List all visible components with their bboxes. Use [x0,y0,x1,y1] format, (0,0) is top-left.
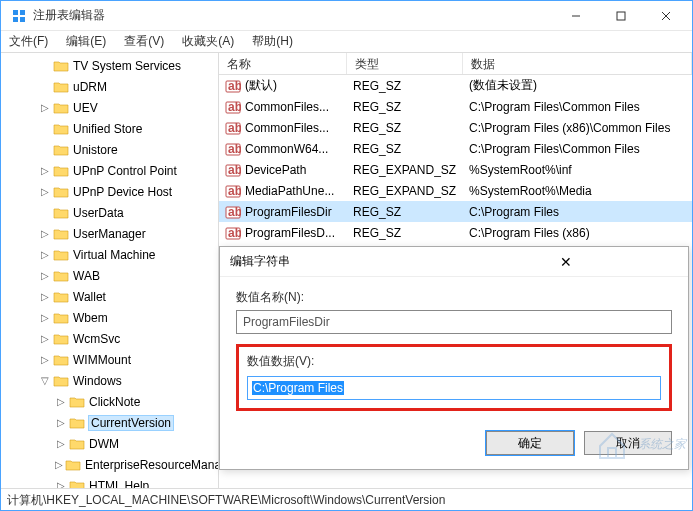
menu-file[interactable]: 文件(F) [7,31,50,52]
tree-item[interactable]: ▷CurrentVersion [1,412,218,433]
minimize-button[interactable] [553,2,598,30]
close-button[interactable] [643,2,688,30]
tree-item[interactable]: ▷UPnP Control Point [1,160,218,181]
value-name: CommonFiles... [245,100,329,114]
string-value-icon: ab [225,162,241,178]
value-name-field[interactable]: ProgramFilesDir [236,310,672,334]
value-name: CommonFiles... [245,121,329,135]
tree-item[interactable]: Unified Store [1,118,218,139]
menu-favorites[interactable]: 收藏夹(A) [180,31,236,52]
folder-icon [69,395,85,409]
column-type[interactable]: 类型 [347,53,463,74]
tree-label: WIMMount [73,353,131,367]
menubar: 文件(F) 编辑(E) 查看(V) 收藏夹(A) 帮助(H) [1,31,692,53]
window-title: 注册表编辑器 [33,7,553,24]
tree-item[interactable]: ▷Wallet [1,286,218,307]
tree-label: UEV [73,101,98,115]
chevron-icon[interactable]: ▷ [55,480,67,488]
chevron-icon[interactable]: ▽ [39,375,51,386]
edit-string-dialog: 编辑字符串 ✕ 数值名称(N): ProgramFilesDir 数值数据(V)… [219,246,689,470]
tree-item[interactable]: uDRM [1,76,218,97]
folder-icon [53,185,69,199]
column-data[interactable]: 数据 [463,53,692,74]
svg-text:ab: ab [228,121,241,135]
dialog-title: 编辑字符串 [230,253,454,270]
chevron-icon[interactable]: ▷ [39,270,51,281]
tree-view[interactable]: TV System ServicesuDRM▷UEVUnified StoreU… [1,53,219,488]
value-name: CommonW64... [245,142,328,156]
menu-edit[interactable]: 编辑(E) [64,31,108,52]
list-view: 名称 类型 数据 ab(默认)REG_SZ(数值未设置)abCommonFile… [219,53,692,488]
string-value-icon: ab [225,141,241,157]
value-type: REG_SZ [347,79,463,93]
chevron-icon[interactable]: ▷ [39,291,51,302]
folder-icon [69,437,85,451]
list-row[interactable]: abMediaPathUne...REG_EXPAND_SZ%SystemRoo… [219,180,692,201]
chevron-icon[interactable]: ▷ [39,165,51,176]
chevron-icon[interactable]: ▷ [39,249,51,260]
list-row[interactable]: abProgramFilesDirREG_SZC:\Program Files [219,201,692,222]
value-data-field[interactable]: C:\Program Files [247,376,661,400]
tree-label: WAB [73,269,100,283]
folder-icon [53,269,69,283]
cancel-button[interactable]: 取消 [584,431,672,455]
tree-item[interactable]: ▷EnterpriseResourceManager [1,454,218,475]
tree-item[interactable]: ▽Windows [1,370,218,391]
tree-item[interactable]: ▷WcmSvc [1,328,218,349]
list-row[interactable]: ab(默认)REG_SZ(数值未设置) [219,75,692,96]
chevron-icon[interactable]: ▷ [55,438,67,449]
maximize-button[interactable] [598,2,643,30]
tree-label: DWM [89,437,119,451]
value-name: (默认) [245,77,277,94]
tree-label: Wbem [73,311,108,325]
chevron-icon[interactable]: ▷ [39,333,51,344]
list-row[interactable]: abDevicePathREG_EXPAND_SZ%SystemRoot%\in… [219,159,692,180]
tree-item[interactable]: ▷Virtual Machine [1,244,218,265]
chevron-icon[interactable]: ▷ [39,312,51,323]
value-data: (数值未设置) [463,77,692,94]
folder-icon [53,164,69,178]
chevron-icon[interactable]: ▷ [55,459,63,470]
tree-item[interactable]: ▷DWM [1,433,218,454]
tree-item[interactable]: ▷UPnP Device Host [1,181,218,202]
tree-label: Unified Store [73,122,142,136]
chevron-icon[interactable]: ▷ [39,354,51,365]
tree-item[interactable]: Unistore [1,139,218,160]
chevron-icon[interactable]: ▷ [39,228,51,239]
value-data: C:\Program Files\Common Files [463,100,692,114]
list-row[interactable]: abCommonFiles...REG_SZC:\Program Files\C… [219,96,692,117]
tree-item[interactable]: ▷HTML Help [1,475,218,488]
tree-label: UserManager [73,227,146,241]
tree-item[interactable]: ▷WAB [1,265,218,286]
tree-item[interactable]: ▷Wbem [1,307,218,328]
tree-item[interactable]: ▷WIMMount [1,349,218,370]
tree-item[interactable]: UserData [1,202,218,223]
chevron-icon[interactable]: ▷ [39,102,51,113]
value-type: REG_SZ [347,121,463,135]
tree-label: EnterpriseResourceManager [85,458,219,472]
ok-button[interactable]: 确定 [486,431,574,455]
svg-text:ab: ab [228,226,241,240]
folder-icon [53,311,69,325]
menu-help[interactable]: 帮助(H) [250,31,295,52]
list-row[interactable]: abCommonFiles...REG_SZC:\Program Files (… [219,117,692,138]
column-name[interactable]: 名称 [219,53,347,74]
list-row[interactable]: abProgramFilesD...REG_SZC:\Program Files… [219,222,692,243]
value-data: C:\Program Files\Common Files [463,142,692,156]
chevron-icon[interactable]: ▷ [55,396,67,407]
tree-item[interactable]: TV System Services [1,55,218,76]
dialog-titlebar: 编辑字符串 ✕ [220,247,688,277]
dialog-close-button[interactable]: ✕ [454,254,678,270]
list-row[interactable]: abCommonW64...REG_SZC:\Program Files\Com… [219,138,692,159]
chevron-icon[interactable]: ▷ [39,186,51,197]
tree-item[interactable]: ▷ClickNote [1,391,218,412]
string-value-icon: ab [225,204,241,220]
chevron-icon[interactable]: ▷ [55,417,67,428]
folder-icon [53,143,69,157]
string-value-icon: ab [225,225,241,241]
tree-item[interactable]: ▷UserManager [1,223,218,244]
string-value-icon: ab [225,183,241,199]
tree-item[interactable]: ▷UEV [1,97,218,118]
value-data: %SystemRoot%\Media [463,184,692,198]
menu-view[interactable]: 查看(V) [122,31,166,52]
